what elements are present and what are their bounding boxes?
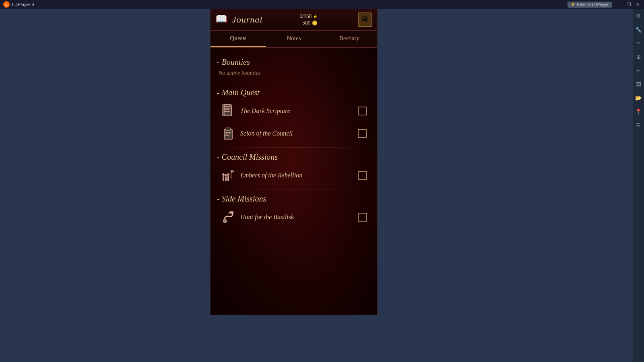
journal-stats: 0/250 ★ 500 🪙 — [299, 14, 318, 26]
close-button[interactable]: ✕ — [635, 2, 641, 7]
chest-icon: 🏛 — [358, 12, 372, 27]
quest-name-basilisk: Hunt for the Basilisk — [240, 214, 353, 221]
star-icon: ★ — [313, 14, 318, 19]
currency-value: 500 — [302, 20, 310, 26]
top-bar-right: Remote LDPlayer — ❐ ✕ — [568, 2, 641, 8]
section-bounties: Bounties — [217, 58, 371, 67]
quest-item-embers[interactable]: Embers of the Rebellion — [217, 165, 371, 186]
quest-checkbox-embers[interactable] — [358, 171, 367, 180]
svg-rect-13 — [225, 177, 227, 181]
journal-title: Journal — [232, 14, 262, 25]
tabs: Quests Notes Bestiary — [211, 31, 377, 48]
svg-rect-2 — [224, 108, 231, 109]
svg-rect-8 — [225, 132, 231, 133]
tab-notes[interactable]: Notes — [266, 31, 322, 47]
svg-marker-18 — [231, 170, 235, 173]
quest-name-scion: Scion of the Council — [240, 130, 353, 137]
svg-point-20 — [231, 212, 231, 213]
svg-point-12 — [222, 173, 225, 176]
coin-icon: 🪙 — [312, 21, 318, 26]
divider-3 — [217, 189, 371, 189]
svg-rect-9 — [225, 134, 231, 134]
quest-checkbox-dark-scripture[interactable] — [358, 107, 367, 115]
no-bounties-text: No active bounties — [219, 70, 371, 76]
quest-checkbox-basilisk[interactable] — [358, 213, 367, 222]
svg-rect-7 — [226, 128, 231, 130]
quest-item-dark-scripture[interactable]: The Dark Scripture — [217, 101, 371, 121]
stat-currency: 500 🪙 — [302, 20, 318, 26]
tab-quests[interactable]: Quests — [211, 31, 266, 47]
svg-rect-5 — [223, 105, 224, 116]
journal-panel: 📖 Journal 0/250 ★ 500 🪙 🏛 Quests Notes B… — [210, 9, 378, 315]
restore-button[interactable]: ❐ — [626, 2, 632, 7]
journal-header: 📖 Journal 0/250 ★ 500 🪙 🏛 — [211, 9, 377, 31]
sidebar-icon-9[interactable]: ☰ — [634, 121, 642, 130]
ld-logo: L — [3, 1, 10, 8]
sidebar-icon-8[interactable]: 📍 — [634, 108, 642, 116]
divider-2 — [217, 147, 371, 148]
svg-rect-11 — [223, 176, 224, 181]
quest-icon-embers — [221, 168, 235, 183]
window-controls: — ❐ ✕ — [617, 2, 641, 7]
svg-rect-4 — [224, 111, 230, 112]
chest-icon-area[interactable]: 🏛 — [358, 12, 372, 27]
svg-rect-10 — [225, 135, 229, 136]
svg-rect-3 — [224, 109, 229, 110]
progress-value: 0/250 — [299, 14, 312, 19]
sidebar-icon-6[interactable]: 🖼 — [634, 80, 642, 88]
quest-icon-dark-scripture — [221, 104, 235, 118]
right-sidebar: ⚙ 🔧 ≡ ⊞ ✂ 🖼 📂 📍 ☰ — [633, 9, 644, 362]
journal-book-icon: 📖 — [215, 13, 228, 26]
quest-icon-basilisk — [221, 210, 235, 224]
svg-point-14 — [225, 174, 227, 177]
quest-checkbox-scion[interactable] — [358, 129, 367, 138]
svg-point-19 — [230, 211, 233, 214]
top-bar-left: L LDPlayer 9 — [3, 1, 34, 8]
app-title: LDPlayer 9 — [12, 2, 34, 7]
svg-rect-1 — [224, 106, 231, 107]
quest-icon-scion — [221, 126, 235, 141]
top-bar: L LDPlayer 9 Remote LDPlayer — ❐ ✕ — [0, 0, 644, 9]
quest-item-basilisk[interactable]: Hunt for the Basilisk — [217, 207, 371, 228]
divider-1 — [217, 83, 371, 83]
journal-content: Bounties No active bounties Main Quest T… — [211, 48, 377, 309]
stat-progress: 0/250 ★ — [299, 14, 318, 19]
tab-bestiary[interactable]: Bestiary — [322, 31, 377, 47]
quest-name-embers: Embers of the Rebellion — [240, 172, 353, 179]
section-side: Side Missions — [217, 194, 371, 204]
sidebar-icon-4[interactable]: ⊞ — [634, 53, 642, 61]
journal-title-area: 📖 Journal — [215, 13, 262, 26]
svg-rect-15 — [227, 176, 229, 181]
minimize-button[interactable]: — — [617, 2, 623, 7]
sidebar-icon-3[interactable]: ≡ — [634, 39, 642, 47]
section-council: Council Missions — [217, 152, 371, 162]
svg-point-16 — [227, 173, 229, 176]
svg-rect-17 — [231, 170, 231, 179]
section-main-quest: Main Quest — [217, 88, 371, 97]
sidebar-icon-1[interactable]: ⚙ — [634, 12, 642, 20]
sidebar-icon-2[interactable]: 🔧 — [634, 26, 642, 34]
quest-name-dark-scripture: The Dark Scripture — [240, 107, 353, 115]
sidebar-icon-5[interactable]: ✂ — [634, 67, 642, 75]
remote-ldplayer-button[interactable]: Remote LDPlayer — [568, 2, 612, 8]
quest-item-scion[interactable]: Scion of the Council — [217, 123, 371, 144]
sidebar-icon-7[interactable]: 📂 — [634, 94, 642, 102]
